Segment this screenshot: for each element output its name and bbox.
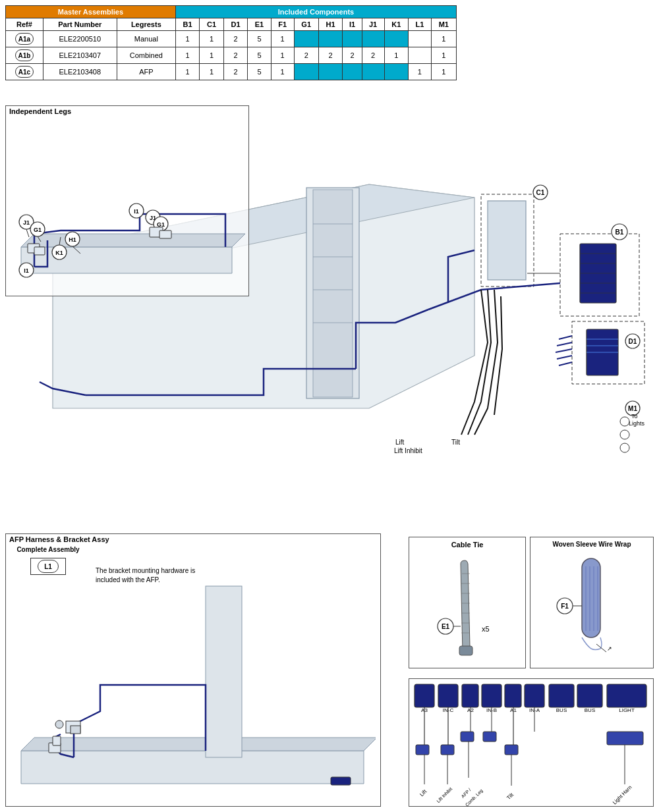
- svg-rect-111: [607, 684, 646, 707]
- svg-text:AFP /: AFP /: [461, 788, 472, 799]
- col-i1: I1: [343, 18, 362, 31]
- b1-component: B1: [527, 224, 639, 316]
- svg-text:BUS: BUS: [585, 707, 595, 713]
- col-k1: K1: [384, 18, 408, 31]
- ref-a1a: A1a: [15, 33, 34, 45]
- svg-rect-99: [462, 684, 478, 707]
- svg-text:Lift: Lift: [418, 788, 428, 798]
- svg-text:Lift Inhibit: Lift Inhibit: [436, 786, 453, 803]
- svg-rect-72: [53, 736, 61, 745]
- svg-point-32: [620, 430, 629, 439]
- svg-text:Lights: Lights: [629, 420, 645, 427]
- svg-rect-61: [34, 247, 45, 255]
- c1-component: C1: [481, 185, 548, 286]
- svg-rect-124: [607, 732, 643, 745]
- lift-inhibit-label: Lift Inhibit: [394, 447, 422, 454]
- cable-tie-title: Cable Tie: [409, 537, 525, 549]
- d1-component: D1: [572, 321, 645, 384]
- ref-a1c: A1c: [15, 66, 34, 78]
- svg-rect-121: [461, 732, 474, 742]
- svg-text:G1: G1: [34, 227, 42, 233]
- svg-text:I1: I1: [24, 267, 29, 274]
- svg-rect-67: [331, 777, 351, 785]
- to-lights-label: To: [631, 413, 638, 420]
- cable-tie-box: Cable Tie E1 x5: [409, 537, 526, 668]
- svg-text:I1: I1: [134, 208, 139, 215]
- svg-point-70: [55, 720, 63, 728]
- part-a1c: ELE2103408: [43, 64, 117, 80]
- svg-text:F1: F1: [561, 603, 569, 610]
- svg-text:x5: x5: [482, 625, 490, 633]
- legrests-a1b: Combined: [117, 47, 175, 64]
- svg-point-31: [620, 417, 629, 426]
- woven-sleeve-svg: F1 ↗: [530, 553, 654, 659]
- svg-text:M1: M1: [628, 405, 637, 412]
- svg-text:E1: E1: [442, 623, 450, 630]
- svg-rect-119: [416, 745, 429, 755]
- svg-rect-95: [415, 684, 434, 707]
- legrests-a1c: AFP: [117, 64, 175, 80]
- svg-rect-123: [505, 745, 518, 755]
- woven-sleeve-box: Woven Sleeve Wire Wrap F1 ↗: [530, 537, 654, 668]
- m1-component: M1 To Lights: [620, 401, 645, 452]
- svg-rect-63: [159, 230, 171, 238]
- svg-text:D1: D1: [629, 338, 637, 345]
- svg-text:H1: H1: [69, 236, 76, 243]
- col-e1: E1: [248, 18, 272, 31]
- col-b1: B1: [175, 18, 199, 31]
- svg-text:K1: K1: [55, 250, 63, 256]
- col-f1: F1: [271, 18, 294, 31]
- included-components-header: Included Components: [175, 6, 456, 18]
- woven-sleeve-title: Woven Sleeve Wire Wrap: [530, 537, 653, 548]
- col-j1: J1: [362, 18, 384, 31]
- part-a1b: ELE2103407: [43, 47, 117, 64]
- svg-rect-73: [459, 646, 473, 655]
- svg-rect-103: [505, 684, 521, 707]
- col-g1: G1: [294, 18, 318, 31]
- svg-rect-120: [441, 745, 454, 755]
- svg-point-33: [620, 443, 629, 452]
- svg-rect-66: [206, 586, 242, 757]
- col-l1: L1: [409, 18, 432, 31]
- svg-rect-105: [525, 684, 544, 707]
- svg-marker-39: [21, 234, 245, 247]
- independent-legs-label: Independent Legs: [9, 107, 71, 115]
- svg-line-56: [26, 229, 29, 237]
- part-a1a: ELE2200510: [43, 31, 117, 47]
- afp-diagram: [8, 553, 376, 803]
- blue-wire-connectors: [556, 336, 572, 365]
- indep-legs-diagram: J1 G1 H1 K1 I1 J1 G1 I1: [8, 115, 245, 296]
- cable-tie-svg: E1 x5: [409, 554, 527, 659]
- legrests-a1a: Manual: [117, 31, 175, 47]
- col-part: Part Number: [43, 18, 117, 31]
- svg-text:C1: C1: [536, 189, 545, 196]
- svg-rect-101: [482, 684, 501, 707]
- svg-rect-3: [313, 190, 353, 397]
- svg-text:Light Harn: Light Harn: [612, 784, 633, 805]
- table-row: A1c ELE2103408 AFP 1 1 2 5 1 1 1: [6, 64, 457, 80]
- afp-harness-label: AFP Harness & Bracket Assy: [9, 535, 109, 543]
- svg-text:↗: ↗: [607, 645, 612, 652]
- col-ref: Ref#: [6, 18, 43, 31]
- svg-rect-69: [71, 726, 80, 734]
- tilt-label: Tilt: [451, 439, 460, 446]
- svg-rect-97: [438, 684, 458, 707]
- table-row: A1a ELE2200510 Manual 1 1 2 5 1 1: [6, 31, 457, 47]
- lift-label: Lift: [395, 439, 405, 446]
- col-m1: M1: [431, 18, 456, 31]
- svg-rect-109: [577, 684, 602, 707]
- col-h1: H1: [318, 18, 342, 31]
- connector-diagram-box: A3 IN-C A2 IN-B A1 IN-A BUS BUS LIGHT: [409, 678, 654, 807]
- col-c1: C1: [200, 18, 223, 31]
- svg-text:BUS: BUS: [556, 707, 567, 713]
- svg-rect-107: [549, 684, 574, 707]
- table-row: A1b ELE2103407 Combined 1 1 2 5 1 2 2 2 …: [6, 47, 457, 64]
- parts-table: Master Assemblies Included Components Re…: [5, 5, 457, 80]
- connector-svg: A3 IN-C A2 IN-B A1 IN-A BUS BUS LIGHT: [409, 679, 654, 807]
- svg-rect-25: [488, 201, 526, 280]
- svg-text:LIGHT: LIGHT: [619, 707, 635, 713]
- ref-a1b: A1b: [15, 49, 34, 61]
- svg-marker-64: [21, 751, 364, 784]
- col-d1: D1: [223, 18, 247, 31]
- svg-text:Tilt: Tilt: [505, 792, 515, 801]
